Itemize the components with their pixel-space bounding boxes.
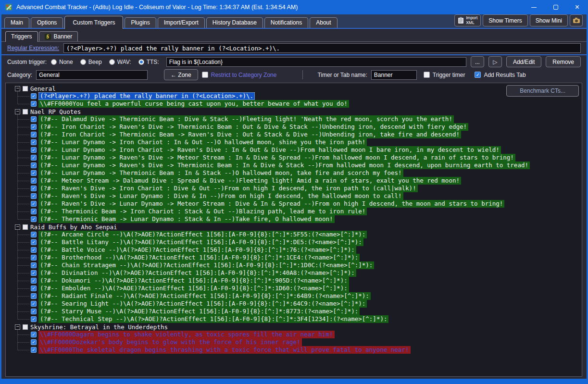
trigger-row[interactable]: ✓(?#-- Raven's Dive -> Lunar Dynamo : Di…	[6, 192, 582, 200]
trigger-checkbox[interactable]: ✓	[31, 285, 37, 291]
regex-input[interactable]: (?<Player>.+?) placed the rally banner i…	[63, 43, 581, 53]
trigger-row[interactable]: ✓(?#-- Lunar Dynamo -> Thermionic Beam :…	[6, 169, 582, 177]
trigger-row[interactable]: ✓\\#FF0000You feel a powerful curse bein…	[6, 100, 582, 108]
trigger-checkbox[interactable]: ✓	[31, 139, 37, 145]
trigger-row[interactable]: ✓(?#-- Thermionic Beam -> Lunar Dynamo :…	[6, 215, 582, 223]
trigger-row[interactable]: ✓(?#-- Brotherhood --)\A(?>AOE)?ActionEf…	[6, 254, 582, 261]
radio-tts[interactable]: TTS:	[138, 59, 159, 65]
trigger-checkbox[interactable]: ✓	[31, 332, 37, 337]
tab-history-database[interactable]: History Database	[206, 17, 263, 28]
add-edit-button[interactable]: Add/Edit	[506, 56, 541, 67]
show-mini-button[interactable]: Show Mini	[530, 14, 568, 26]
trigger-checkbox[interactable]: ✓	[31, 216, 37, 222]
trigger-checkbox[interactable]: ✓	[31, 278, 37, 284]
trigger-row[interactable]: ✓\\#FF0000Dozekar's body begins to glow …	[6, 338, 582, 346]
trigger-checkbox[interactable]: ✓	[31, 162, 37, 168]
trigger-row[interactable]: ✓(?#-- Searing Light --)\A(?>AOE)?Action…	[6, 300, 582, 308]
play-button[interactable]: ▷	[488, 56, 502, 67]
trigger-row[interactable]: ✓(?#-- Thermionic Beam -> Iron Chariot :…	[6, 208, 582, 215]
trigger-checkbox[interactable]: ✓	[31, 247, 37, 253]
tree-category-row[interactable]: −Nael RP Quotes	[6, 108, 582, 115]
trigger-checkbox[interactable]: ✓	[31, 116, 37, 122]
trigger-row[interactable]: ✓(?#-- Battle Litany --)\A(?>AOE)?Action…	[6, 238, 582, 246]
tab-notifications[interactable]: Notifications	[264, 17, 308, 28]
radio-none[interactable]: None	[51, 59, 73, 65]
trigger-row[interactable]: ✓(?<Player>.+?) placed the rally banner …	[6, 92, 582, 100]
trigger-row[interactable]: ✓(?#-- Dalamud Dive -> Thermionic Beam :…	[6, 115, 582, 123]
trigger-checkbox[interactable]: ✓	[31, 232, 37, 237]
benchmark-cts-button[interactable]: Benchmark CTs...	[506, 85, 579, 97]
trigger-row[interactable]: ✓(?#-- Iron Chariot -> Thermionic Beam -…	[6, 131, 582, 138]
tab-banner[interactable]: 5 Banner	[39, 31, 78, 41]
tab-import-export[interactable]: Import/Export	[158, 17, 205, 28]
screenshot-button[interactable]	[570, 14, 583, 26]
trigger-row[interactable]: ✓(?#-- Lunar Dynamo -> Iron Chariot : In…	[6, 138, 582, 146]
browse-button[interactable]: ...	[471, 56, 484, 67]
trigger-checkbox[interactable]: ✓	[31, 339, 37, 345]
add-results-tab-checkbox[interactable]: ✓	[475, 72, 481, 78]
trigger-timer-checkbox[interactable]	[424, 72, 430, 78]
radio-beep[interactable]: Beep	[80, 59, 102, 65]
trigger-checkbox[interactable]: ✓	[31, 124, 37, 130]
remove-button[interactable]: Remove	[546, 56, 581, 67]
trigger-checkbox[interactable]: ✓	[31, 255, 37, 260]
import-xml-button[interactable]: Import XML	[454, 14, 481, 26]
tab-triggers[interactable]: Triggers	[5, 31, 38, 42]
tab-options[interactable]: Options	[31, 17, 63, 28]
category-checkbox[interactable]	[23, 324, 28, 330]
category-input[interactable]: General	[36, 70, 148, 80]
trigger-row[interactable]: ✓(?#-- Starry Muse --)\A(?>AOE)?ActionEf…	[6, 308, 582, 315]
trigger-row[interactable]: ✓\\#FF0000Dagarn begins to shake violent…	[6, 331, 582, 338]
trigger-row[interactable]: ✓(?#-- Arcane Circle --)\A(?>AOE)?Action…	[6, 231, 582, 238]
trigger-checkbox[interactable]: ✓	[31, 309, 37, 314]
category-checkbox[interactable]	[23, 86, 28, 91]
add-results-tab-checkbox-group[interactable]: ✓ Add Results Tab	[475, 72, 525, 78]
trigger-row[interactable]: ✓(?#-- Lunar Dynamo -> Raven's Dive -> T…	[6, 161, 582, 169]
trigger-row[interactable]: ✓(?#-- Chain Stratagem --)\A(?>AOE)?Acti…	[6, 261, 582, 269]
trigger-row[interactable]: ✓(?#-- Dokumori --)\A(?>AOE)?ActionEffec…	[6, 277, 582, 285]
trigger-checkbox[interactable]: ✓	[31, 301, 37, 307]
collapse-icon[interactable]: −	[15, 324, 20, 330]
tab-custom-triggers[interactable]: Custom Triggers	[64, 16, 123, 29]
trigger-row[interactable]: ✓(?#-- Divination --)\A(?>AOE)?ActionEff…	[6, 269, 582, 277]
regular-expression-link[interactable]: Regular Expression:	[7, 45, 59, 51]
trigger-checkbox[interactable]: ✓	[31, 316, 37, 322]
trigger-checkbox[interactable]: ✓	[31, 147, 37, 153]
trigger-row[interactable]: ✓(?#-- Technical Step --)\A(?>AOE)?Actio…	[6, 315, 582, 323]
trigger-checkbox[interactable]: ✓	[31, 155, 37, 161]
trigger-row[interactable]: ✓(?#-- Lunar Dynamo -> Raven's Dive -> M…	[6, 154, 582, 161]
trigger-checkbox[interactable]: ✓	[31, 239, 37, 245]
trigger-checkbox[interactable]: ✓	[31, 93, 37, 99]
restrict-zone-checkbox-group[interactable]: Restrict to Category Zone	[202, 72, 277, 78]
collapse-icon[interactable]: −	[15, 224, 20, 230]
tree-category-row[interactable]: −Raid Buffs by Aho Senpai	[6, 223, 582, 231]
tab-main[interactable]: Main	[4, 17, 29, 28]
restrict-zone-checkbox[interactable]	[202, 72, 208, 78]
trigger-checkbox[interactable]: ✓	[31, 209, 37, 214]
trigger-checkbox[interactable]: ✓	[31, 170, 37, 176]
category-checkbox[interactable]	[23, 224, 28, 230]
trigger-checkbox[interactable]: ✓	[31, 262, 37, 268]
timer-tab-name-input[interactable]: Banner	[371, 70, 417, 80]
collapse-icon[interactable]: −	[15, 86, 20, 91]
trigger-row[interactable]: ✓(?#-- Iron Chariot -> Raven's Dive -> T…	[6, 123, 582, 131]
trigger-checkbox[interactable]: ✓	[31, 186, 37, 191]
trigger-row[interactable]: ✓(?#-- Raven's Dive -> Lunar Dynamo -> M…	[6, 200, 582, 208]
minimize-button[interactable]	[523, 0, 545, 14]
tab-plugins[interactable]: Plugins	[125, 17, 156, 28]
tree-category-row[interactable]: −General	[6, 85, 582, 92]
trigger-checkbox[interactable]: ✓	[31, 293, 37, 299]
trigger-checkbox[interactable]: ✓	[31, 270, 37, 276]
trigger-checkbox[interactable]: ✓	[31, 132, 37, 137]
trigger-timer-checkbox-group[interactable]: Trigger timer	[424, 72, 465, 78]
trigger-row[interactable]: ✓(?#-- Lunar Dynamo -> Iron Chariot -> R…	[6, 146, 582, 154]
trigger-row[interactable]: ✓(?#-- Raven's Dive -> Iron Chariot : Di…	[6, 185, 582, 192]
collapse-icon[interactable]: −	[15, 109, 20, 114]
trigger-row[interactable]: ✓(?#-- Radiant Finale --)\A(?>AOE)?Actio…	[6, 292, 582, 300]
tts-text-input[interactable]: Flag is in ${Location}	[166, 57, 466, 67]
trigger-checkbox[interactable]: ✓	[31, 193, 37, 199]
zone-button[interactable]: ← Zone	[164, 69, 198, 80]
trigger-checkbox[interactable]: ✓	[31, 347, 37, 353]
show-timers-button[interactable]: Show Timers	[483, 14, 527, 26]
trigger-checkbox[interactable]: ✓	[31, 201, 37, 207]
